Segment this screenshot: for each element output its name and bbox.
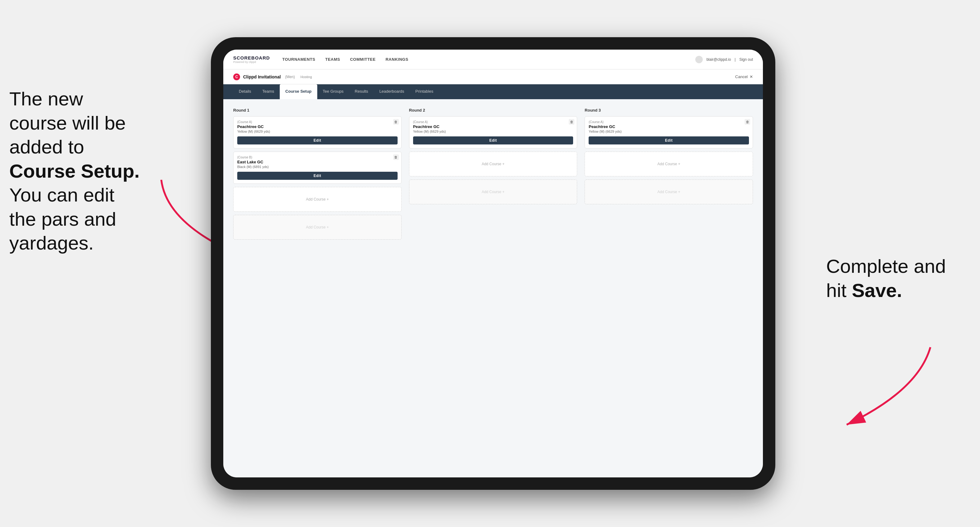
tabs-bar: Details Teams Course Setup Tee Groups Re…	[223, 84, 763, 99]
round-2-title: Round 2	[409, 108, 578, 113]
pipe-separator: |	[735, 57, 736, 62]
tab-teams[interactable]: Teams	[257, 84, 280, 99]
cancel-button[interactable]: Cancel ✕	[735, 75, 753, 79]
round2-add-course-1[interactable]: Add Course +	[409, 152, 578, 176]
round-2-column: Round 2 🗑 (Course A) Peachtree GC Yellow…	[409, 108, 578, 243]
round3-add-course-1[interactable]: Add Course +	[585, 152, 753, 176]
nav-committee[interactable]: COMMITTEE	[350, 57, 376, 62]
round1-course-b-label: (Course B)	[237, 156, 398, 159]
nav-teams[interactable]: TEAMS	[325, 57, 340, 62]
round1-course-a-edit[interactable]: Edit	[237, 137, 398, 144]
rounds-grid: Round 1 🗑 (Course A) Peachtree GC Yellow…	[233, 108, 753, 243]
top-nav: SCOREBOARD Powered by clippd TOURNAMENTS…	[223, 49, 763, 70]
round1-add-course-1[interactable]: Add Course +	[233, 187, 402, 212]
round1-add-course-2-text: Add Course +	[306, 225, 329, 229]
tab-details[interactable]: Details	[233, 84, 257, 99]
round1-course-b-details: Black (M) (6891 yds)	[237, 165, 398, 169]
nav-rankings[interactable]: RANKINGS	[385, 57, 408, 62]
sign-out-link[interactable]: Sign out	[739, 57, 753, 62]
annotation-left: The new course will be added to Course S…	[9, 87, 140, 255]
round2-add-course-2: Add Course +	[409, 179, 578, 204]
round3-course-a-delete[interactable]: 🗑	[745, 119, 750, 125]
tab-printables[interactable]: Printables	[410, 84, 439, 99]
nav-logo-sub: Powered by clippd	[233, 60, 270, 63]
round-1-title: Round 1	[233, 108, 402, 113]
round2-add-course-1-text: Add Course +	[482, 162, 504, 166]
tournament-name: Clippd Invitational	[243, 75, 281, 79]
round-3-column: Round 3 🗑 (Course A) Peachtree GC Yellow…	[585, 108, 753, 243]
round2-add-course-2-text: Add Course +	[482, 190, 504, 194]
round1-course-b-edit[interactable]: Edit	[237, 172, 398, 180]
tab-tee-groups[interactable]: Tee Groups	[317, 84, 349, 99]
user-avatar	[695, 56, 703, 63]
round2-course-a-label: (Course A)	[413, 120, 573, 124]
tournament-bar: C Clippd Invitational (Men) Hosting Canc…	[223, 70, 763, 84]
round1-add-course-2: Add Course +	[233, 215, 402, 240]
round2-course-a-name: Peachtree GC	[413, 124, 573, 129]
round1-add-course-1-text: Add Course +	[306, 197, 329, 202]
round2-course-a-edit[interactable]: Edit	[413, 137, 573, 144]
tournament-logo: C	[233, 73, 240, 80]
round3-add-course-2: Add Course +	[585, 179, 753, 204]
round3-course-a-edit[interactable]: Edit	[589, 137, 749, 144]
round3-add-course-2-text: Add Course +	[657, 190, 681, 194]
nav-tournaments[interactable]: TOURNAMENTS	[282, 57, 315, 62]
tournament-name-area: C Clippd Invitational (Men) Hosting	[233, 73, 312, 80]
round1-course-b-delete[interactable]: 🗑	[393, 154, 399, 160]
annotation-right: Complete and hit Save.	[826, 254, 946, 302]
round1-course-a-label: (Course A)	[237, 120, 398, 124]
tab-leaderboards[interactable]: Leaderboards	[374, 84, 410, 99]
user-email: blair@clippd.io	[706, 57, 731, 62]
round-3-title: Round 3	[585, 108, 753, 113]
round1-course-a-details: Yellow (M) (6629 yds)	[237, 130, 398, 133]
round1-course-a-card: 🗑 (Course A) Peachtree GC Yellow (M) (66…	[233, 116, 402, 149]
round3-course-a-label: (Course A)	[589, 120, 749, 124]
round2-course-a-details: Yellow (M) (6629 yds)	[413, 130, 573, 133]
round3-add-course-1-text: Add Course +	[657, 162, 681, 166]
nav-right: blair@clippd.io | Sign out	[695, 56, 753, 63]
round3-course-a-name: Peachtree GC	[589, 124, 749, 129]
round2-course-a-card: 🗑 (Course A) Peachtree GC Yellow (M) (66…	[409, 116, 578, 149]
round1-course-b-card: 🗑 (Course B) East Lake GC Black (M) (689…	[233, 152, 402, 184]
tab-course-setup[interactable]: Course Setup	[280, 84, 317, 99]
nav-logo-text: SCOREBOARD	[233, 55, 270, 60]
tab-results[interactable]: Results	[349, 84, 374, 99]
round2-course-a-delete[interactable]: 🗑	[569, 119, 574, 125]
round1-course-a-name: Peachtree GC	[237, 124, 398, 129]
round1-course-b-name: East Lake GC	[237, 160, 398, 164]
round-1-column: Round 1 🗑 (Course A) Peachtree GC Yellow…	[233, 108, 402, 243]
nav-links: TOURNAMENTS TEAMS COMMITTEE RANKINGS	[282, 57, 695, 62]
round3-course-a-card: 🗑 (Course A) Peachtree GC Yellow (M) (66…	[585, 116, 753, 149]
round3-course-a-details: Yellow (M) (6629 yds)	[589, 130, 749, 133]
arrow-right	[831, 341, 949, 434]
main-content: Round 1 🗑 (Course A) Peachtree GC Yellow…	[223, 99, 763, 478]
tablet: SCOREBOARD Powered by clippd TOURNAMENTS…	[211, 37, 775, 490]
round1-course-a-delete[interactable]: 🗑	[393, 119, 399, 125]
tournament-status: Hosting	[301, 75, 312, 79]
tournament-gender: (Men)	[285, 75, 294, 79]
logo-area: SCOREBOARD Powered by clippd	[233, 55, 270, 63]
tablet-screen: SCOREBOARD Powered by clippd TOURNAMENTS…	[223, 49, 763, 478]
